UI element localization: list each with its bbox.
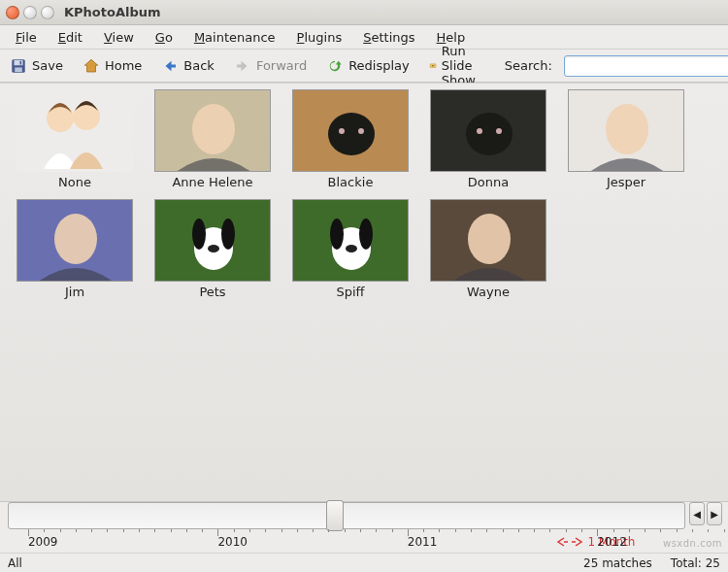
search-label: Search: xyxy=(505,58,552,73)
thumbnail-image[interactable] xyxy=(568,89,684,172)
status-left: All xyxy=(8,556,22,570)
minimize-window-button[interactable] xyxy=(23,6,37,19)
forward-button: Forward xyxy=(230,55,311,77)
statusbar: All 25 matches Total: 25 xyxy=(0,553,728,572)
svg-point-16 xyxy=(477,128,482,134)
svg-point-7 xyxy=(73,103,100,130)
status-matches: 25 matches xyxy=(583,556,652,570)
timeline-handle[interactable] xyxy=(326,500,344,531)
svg-point-26 xyxy=(208,245,219,252)
thumbnail-item[interactable]: Anne Helene xyxy=(149,89,276,189)
back-button[interactable]: Back xyxy=(157,55,218,77)
thumbnail-item[interactable]: Spiff xyxy=(287,199,414,299)
thumbnail-item[interactable]: None xyxy=(12,89,138,189)
range-right-arrow-icon xyxy=(572,537,583,547)
thumbnail-item[interactable]: Wayne xyxy=(425,199,551,299)
thumbnail-caption: None xyxy=(58,175,91,189)
slideshow-icon xyxy=(429,57,437,75)
timeline-track[interactable] xyxy=(8,502,685,529)
timeline-scroll-right-button[interactable]: ▶ xyxy=(707,502,722,525)
timeline-year-label: 2010 xyxy=(217,535,248,549)
thumbnail-image[interactable] xyxy=(430,89,546,172)
svg-point-13 xyxy=(358,128,364,134)
thumbnail-caption: Wayne xyxy=(467,285,510,299)
thumbnail-item[interactable]: Pets xyxy=(149,199,276,299)
svg-rect-3 xyxy=(20,60,22,64)
back-label: Back xyxy=(183,58,215,73)
svg-point-24 xyxy=(192,219,206,250)
watermark: wsxdn.com xyxy=(663,538,722,549)
window-titlebar: KPhotoAlbum xyxy=(0,0,728,25)
redisplay-button[interactable]: Redisplay xyxy=(322,55,414,77)
svg-rect-1 xyxy=(15,60,23,65)
thumbnail-caption: Spiff xyxy=(336,285,364,299)
menu-file[interactable]: File xyxy=(6,27,47,48)
home-icon xyxy=(83,57,100,75)
thumbnail-image[interactable] xyxy=(154,199,271,282)
thumbnail-image[interactable] xyxy=(17,89,133,172)
thumbnail-caption: Blackie xyxy=(328,175,374,189)
timeline: ◀ ▶ ✕ 1 Month 2009201020112012 xyxy=(0,502,728,553)
timeline-scale: ✕ 1 Month 2009201020112012 xyxy=(8,531,685,553)
svg-point-11 xyxy=(328,113,375,155)
svg-point-31 xyxy=(346,245,357,252)
menu-settings[interactable]: Settings xyxy=(353,27,424,48)
svg-point-19 xyxy=(606,104,648,154)
timeline-year-label: 2011 xyxy=(408,535,438,549)
redisplay-label: Redisplay xyxy=(348,58,410,73)
thumbnail-item[interactable]: Blackie xyxy=(287,89,414,189)
reload-icon xyxy=(326,57,344,75)
slideshow-label: Run Slide Show xyxy=(442,44,485,87)
thumbnail-view: NoneAnne HeleneBlackieDonnaJesperJimPets… xyxy=(0,83,728,502)
thumbnail-item[interactable]: Jesper xyxy=(563,89,689,189)
search-input[interactable] xyxy=(564,55,728,77)
thumbnail-caption: Jim xyxy=(65,285,84,299)
back-arrow-icon xyxy=(161,57,179,75)
menu-maintenance[interactable]: Maintenance xyxy=(184,27,285,48)
timeline-year-label: 2009 xyxy=(28,535,58,549)
thumbnail-caption: Jesper xyxy=(607,175,645,189)
thumbnail-caption: Donna xyxy=(468,175,509,189)
home-button[interactable]: Home xyxy=(79,55,146,77)
menu-go[interactable]: Go xyxy=(146,27,182,48)
svg-point-30 xyxy=(359,219,373,250)
svg-point-21 xyxy=(54,214,97,264)
timeline-scroll-left-button[interactable]: ◀ xyxy=(689,502,705,525)
close-window-button[interactable] xyxy=(6,6,19,19)
thumbnail-image[interactable] xyxy=(17,199,133,282)
svg-point-17 xyxy=(496,128,502,134)
thumbnail-image[interactable] xyxy=(154,89,271,172)
svg-point-12 xyxy=(339,128,345,134)
menu-view[interactable]: View xyxy=(94,27,144,48)
save-button[interactable]: Save xyxy=(6,55,67,77)
window-title: KPhotoAlbum xyxy=(64,5,161,19)
thumbnail-image[interactable] xyxy=(292,89,409,172)
menu-plugins[interactable]: Plugins xyxy=(287,27,352,48)
menubar: File Edit View Go Maintenance Plugins Se… xyxy=(0,25,728,50)
range-left-arrow-icon xyxy=(556,537,568,547)
svg-point-6 xyxy=(47,105,74,132)
svg-point-25 xyxy=(221,219,235,250)
svg-point-29 xyxy=(330,219,344,250)
home-label: Home xyxy=(105,58,142,73)
svg-rect-2 xyxy=(15,67,22,72)
thumbnail-caption: Anne Helene xyxy=(172,175,252,189)
forward-label: Forward xyxy=(256,58,307,73)
svg-point-33 xyxy=(468,214,511,264)
svg-point-9 xyxy=(192,104,235,154)
toolbar: Save Home Back Forward Redisplay Run Sli… xyxy=(0,50,728,83)
maximize-window-button[interactable] xyxy=(41,6,54,19)
menu-edit[interactable]: Edit xyxy=(49,27,92,48)
save-label: Save xyxy=(32,58,63,73)
thumbnail-image[interactable] xyxy=(430,199,546,282)
thumbnail-item[interactable]: Donna xyxy=(425,89,551,189)
thumbnail-item[interactable]: Jim xyxy=(12,199,138,299)
status-total: Total: 25 xyxy=(671,556,720,570)
thumbnail-image[interactable] xyxy=(292,199,409,282)
forward-arrow-icon xyxy=(234,57,251,75)
svg-point-15 xyxy=(466,113,513,155)
timeline-year-label: 2012 xyxy=(597,535,627,549)
floppy-icon xyxy=(10,57,27,75)
thumbnail-caption: Pets xyxy=(199,285,225,299)
